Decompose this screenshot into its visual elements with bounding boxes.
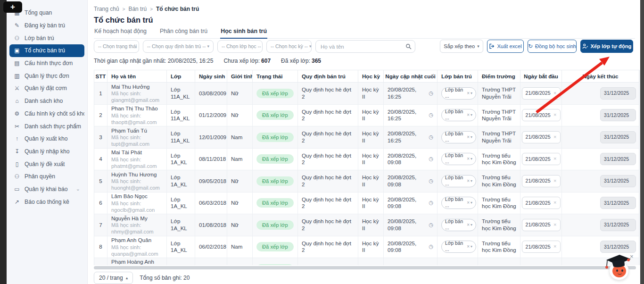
cell-semester: Học kỳ II xyxy=(358,149,384,171)
filter-select-hoc-ky[interactable]: -- Chọn học kỳ -- ▾ xyxy=(266,40,312,53)
auto-assign-class-button[interactable]: Xếp lớp tự động xyxy=(580,40,633,53)
sidebar-item-cau-hinh-thuc-don[interactable]: ▤ Cấu hình thực đơn xyxy=(9,57,84,70)
sidebar-item-quan-ly-de-xuat[interactable]: ▯ Quản lý đề xuất xyxy=(9,158,84,170)
end-date-input: 31/12/2025 xyxy=(600,109,636,121)
start-date-input[interactable]: 21/08/2025 × xyxy=(522,175,561,187)
clear-icon[interactable]: × xyxy=(553,112,556,118)
clear-icon[interactable]: × xyxy=(553,134,556,141)
clear-icon[interactable]: × xyxy=(467,91,470,97)
cell-updated xyxy=(384,258,438,265)
start-date-input[interactable]: 21/08/2025 × xyxy=(522,219,561,231)
tab-label: Phân công bán trú xyxy=(160,28,207,34)
cell-status: Đã xếp lớp xyxy=(253,214,298,236)
sidebar-item-bao-cao-thong-ke[interactable]: ↗ Báo cáo thống kê xyxy=(9,195,84,208)
select-placeholder: -- Chọn quy định bán trú -- xyxy=(147,43,206,49)
tab-phan-cong-ban-tru[interactable]: Phân công bán trú xyxy=(159,26,208,38)
clear-icon[interactable]: × xyxy=(553,156,556,162)
clear-icon[interactable]: × xyxy=(467,112,470,118)
sidebar-item-quan-ly-dat-com[interactable]: ⚔ Quản lý đặt cơm xyxy=(9,82,84,95)
clear-icon[interactable]: × xyxy=(467,178,470,184)
tab-bar: Kế hoạch hoạt độngPhân công bán trúHọc s… xyxy=(94,26,635,39)
clear-icon[interactable]: × xyxy=(467,222,470,228)
tab-hoc-sinh-ban-tru[interactable]: Học sinh bán trú xyxy=(220,26,267,39)
boarding-class-select[interactable]: Lớp bán ... × ▾ xyxy=(441,109,476,121)
export-excel-button[interactable]: Xuất excel xyxy=(487,40,524,53)
boarding-class-select[interactable]: Lớp bán ... × ▾ xyxy=(441,219,476,231)
start-date-input[interactable]: 21/08/2025 × xyxy=(522,131,561,143)
clear-icon[interactable]: × xyxy=(467,244,470,250)
assistant-close-icon[interactable]: × xyxy=(630,253,634,260)
clear-icon[interactable]: × xyxy=(553,243,556,250)
boarding-class-select[interactable]: Lớp bán ... × ▾ xyxy=(441,131,476,143)
cell-status: Đã xếp lớp xyxy=(253,258,298,265)
cell-gender: Nam xyxy=(227,236,253,259)
horizontal-scrollbar[interactable] xyxy=(94,266,636,269)
boarding-class-select[interactable]: Lớp bán ... × ▾ xyxy=(441,197,476,209)
status-row: Thời gian cập nhật gần nhất: 20/08/2025,… xyxy=(94,58,321,64)
sidebar-item-label: Danh sách thực phẩm xyxy=(25,123,81,130)
breadcrumb-section[interactable]: Bán trú xyxy=(128,6,147,12)
select-placeholder: -- Chọn trạng thái -- xyxy=(98,43,139,49)
page-size-select[interactable]: 20 / trang ▴ xyxy=(94,272,133,284)
start-date-input[interactable]: 21/08/2025 × xyxy=(522,197,561,209)
start-date-input[interactable]: 21/08/2025 × xyxy=(522,87,561,100)
sidebar-item-icon: ▯ xyxy=(14,161,20,167)
student-name: Nguyễn Hà My xyxy=(111,215,148,222)
column-header: Trạng thái xyxy=(253,70,298,83)
boarding-class-select[interactable]: Lớp bán ... × ▾ xyxy=(441,241,476,253)
boarding-class-select[interactable]: Lớp bán ... × ▾ xyxy=(441,153,476,165)
start-date-input[interactable]: 21/08/2025 × xyxy=(522,109,561,121)
sidebar-item-quan-ly-khai-bao[interactable]: ▭ Quản lý khai báo ⌄ xyxy=(9,183,84,196)
sync-students-button[interactable]: ↻ Đồng bộ học sinh xyxy=(528,40,577,53)
sidebar-item-phan-quyen[interactable]: ⚇ Phân quyền xyxy=(9,170,84,183)
clear-icon[interactable]: × xyxy=(553,200,556,206)
clear-icon[interactable]: × xyxy=(467,156,470,162)
filter-select-quy-dinh-ban-tru[interactable]: -- Chọn quy định bán trú -- ▾ xyxy=(143,40,214,53)
page-size-label: 20 / trang xyxy=(99,275,123,281)
boarding-class-select[interactable]: Lớp bán ... × ▾ xyxy=(441,175,476,187)
table-row: 4 Mai Tài Phát Mã học sinh: phatmt@gmail… xyxy=(94,149,639,171)
tab-ke-hoach-hoat-dong[interactable]: Kế hoạch hoạt động xyxy=(94,26,147,38)
clear-icon[interactable]: × xyxy=(553,90,556,97)
sidebar-item-danh-sach-thuc-pham[interactable]: ✂ Danh sách thực phẩm xyxy=(9,120,84,133)
cell-status: Đã xếp lớp xyxy=(253,126,298,149)
sort-by-button[interactable]: Sắp xếp theo ▾ xyxy=(440,40,483,53)
clear-icon[interactable]: × xyxy=(467,134,470,141)
cell-class: Lớp 1A_KL xyxy=(167,170,195,192)
sidebar-item-dang-ky-ban-tru[interactable]: ✎ Đăng ký bán trú xyxy=(9,19,84,32)
filter-select-trang-thai[interactable]: -- Chọn trạng thái -- ▾ xyxy=(94,40,139,53)
tab-label: Học sinh bán trú xyxy=(221,28,267,34)
sidebar-item-cau-hinh-ky-chot-so-kho[interactable]: ⚙ Cấu hình kỳ chốt số kho xyxy=(9,108,84,120)
sidebar-item-quan-ly-xuat-kho[interactable]: ↑ Quản lý xuất kho xyxy=(9,133,84,145)
cell-start-date: 21/08/2025 × xyxy=(520,192,562,215)
sidebar-item-lop-ban-tru[interactable]: ⚇ Lớp bán trú xyxy=(9,32,84,44)
sidebar-item-quan-ly-nhap-kho[interactable]: ↧ Quản lý nhập kho xyxy=(9,145,84,158)
search-input[interactable] xyxy=(315,40,415,53)
clear-icon[interactable]: × xyxy=(467,200,470,206)
cell-stt: 7 xyxy=(94,214,107,236)
annotation-plus-button[interactable]: + xyxy=(3,1,22,13)
select-placeholder: -- Chọn lớp học -- xyxy=(222,43,261,49)
unassigned-count: Chưa xếp lớp:607 xyxy=(223,58,271,64)
sidebar-item-quan-ly-thuc-don[interactable]: ▥ Quản lý thực đơn xyxy=(9,69,84,82)
clear-icon[interactable]: × xyxy=(553,178,556,184)
student-code-label: Mã học sinh: xyxy=(111,134,141,141)
cell-stt: 4 xyxy=(94,149,107,171)
sidebar-item-danh-sach-kho[interactable]: ⌂ Danh sách kho xyxy=(9,95,84,108)
start-date-input[interactable]: 21/08/2025 × xyxy=(522,241,561,253)
student-email: quanpa@gmail.com xyxy=(111,251,158,257)
cell-student: Mai Tài Phát Mã học sinh: phatmt@gmail.c… xyxy=(107,149,167,171)
clear-icon[interactable]: × xyxy=(553,222,556,228)
start-date-input[interactable]: 21/08/2025 × xyxy=(522,153,561,165)
clock-icon: ◷ xyxy=(429,200,433,206)
caret-down-icon: ▾ xyxy=(309,44,312,49)
breadcrumb-home[interactable]: Trang chủ xyxy=(94,6,119,12)
boarding-class-select[interactable]: Lớp bán ... × ▾ xyxy=(441,87,476,100)
cell-student: Lâm Bảo Ngọc Mã học sinh: ngoclb@gmail.c… xyxy=(107,192,167,215)
filter-select-lop-hoc[interactable]: -- Chọn lớp học -- ▾ xyxy=(217,40,263,53)
end-date-input: 31/12/2025 xyxy=(600,153,636,165)
clock-icon: ◷ xyxy=(429,222,433,228)
column-header: Ngày kết thúc xyxy=(562,70,639,83)
sidebar-item-to-chuc-ban-tru[interactable]: ▣ Tổ chức bán trú xyxy=(9,44,84,57)
search-icon[interactable] xyxy=(405,43,412,50)
